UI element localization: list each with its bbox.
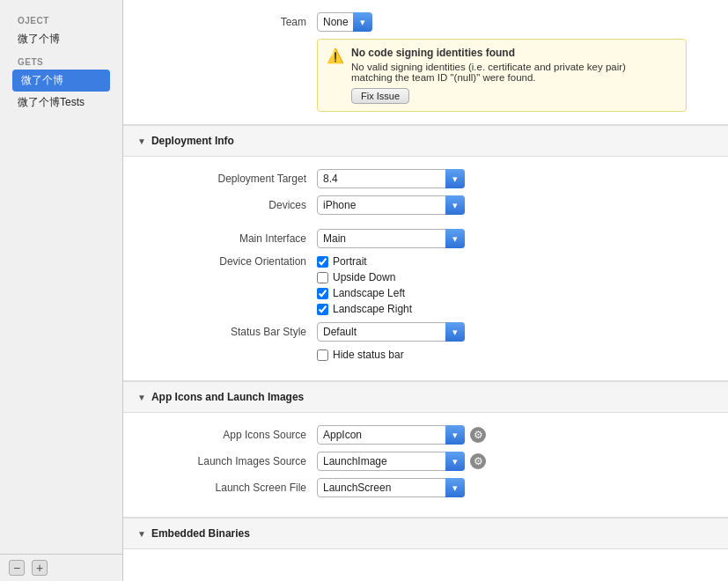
sidebar-item-target-1[interactable]: 微了个博Tests xyxy=(9,92,114,114)
hide-status-bar-checkbox[interactable] xyxy=(317,349,328,361)
launch-images-gear-button[interactable]: ⚙ xyxy=(470,453,486,469)
deployment-target-control: 8.4 xyxy=(317,169,465,188)
launch-screen-file-label: Launch Screen File xyxy=(141,482,317,494)
embedded-binaries-title: Embedded Binaries xyxy=(151,527,250,540)
team-row: Team None xyxy=(141,12,710,32)
deployment-target-row: Deployment Target 8.4 xyxy=(141,169,710,188)
main-interface-control: Main xyxy=(317,229,465,248)
deployment-target-select[interactable]: 8.4 xyxy=(317,169,465,188)
app-icons-title: App Icons and Launch Images xyxy=(151,391,304,403)
launch-images-source-control: LaunchImage ⚙ xyxy=(317,452,486,471)
team-label: Team xyxy=(141,16,317,28)
team-select-wrap[interactable]: None xyxy=(317,12,372,32)
status-bar-style-row: Status Bar Style Default Light Content xyxy=(141,322,710,342)
status-bar-select[interactable]: Default Light Content xyxy=(317,322,465,342)
orientation-upsidedown-checkbox[interactable] xyxy=(317,272,328,283)
launch-images-select-wrap[interactable]: LaunchImage xyxy=(317,452,465,471)
device-orientation-row: Device Orientation Portrait Upside Down … xyxy=(141,255,710,315)
app-icons-source-row: App Icons Source AppIcon ⚙ xyxy=(141,425,710,445)
devices-select[interactable]: iPhone iPad Universal xyxy=(317,195,465,215)
targets-section-label: GETS xyxy=(9,50,114,70)
main-interface-label: Main Interface xyxy=(141,232,317,245)
orientation-landscape-right-row: Landscape Right xyxy=(317,303,412,315)
main-interface-select-wrap[interactable]: Main xyxy=(317,229,465,248)
orientation-landscape-right-checkbox[interactable] xyxy=(317,304,328,315)
warning-text: No code signing identities found No vali… xyxy=(351,47,626,104)
team-control: None xyxy=(317,12,372,32)
app-icons-select-wrap[interactable]: AppIcon xyxy=(317,425,465,445)
main-interface-row: Main Interface Main xyxy=(141,229,710,248)
main-interface-select[interactable]: Main xyxy=(317,229,465,248)
warning-body: No valid signing identities (i.e. certif… xyxy=(351,62,626,83)
add-target-button[interactable]: + xyxy=(32,560,48,576)
launch-screen-select-wrap[interactable]: LaunchScreen xyxy=(317,478,465,497)
app-icons-source-label: App Icons Source xyxy=(141,429,317,441)
signing-section: Team None ⚠️ No code signing identities … xyxy=(123,0,728,125)
orientation-portrait-checkbox[interactable] xyxy=(317,256,328,268)
signing-warning: ⚠️ No code signing identities found No v… xyxy=(317,39,687,112)
devices-row: Devices iPhone iPad Universal xyxy=(141,195,710,215)
embedded-binaries-header[interactable]: ▼ Embedded Binaries xyxy=(123,518,728,549)
launch-images-source-row: Launch Images Source LaunchImage ⚙ xyxy=(141,452,710,471)
orientation-upsidedown-row: Upside Down xyxy=(317,271,412,283)
devices-control: iPhone iPad Universal xyxy=(317,195,465,215)
embedded-binaries-arrow: ▼ xyxy=(137,529,146,539)
app-icons-content: App Icons Source AppIcon ⚙ Launch Images… xyxy=(123,413,728,518)
orientation-portrait-row: Portrait xyxy=(317,255,412,268)
main-content: Team None ⚠️ No code signing identities … xyxy=(123,0,728,581)
devices-select-wrap[interactable]: iPhone iPad Universal xyxy=(317,195,465,215)
devices-label: Devices xyxy=(141,199,317,211)
warning-icon: ⚠️ xyxy=(327,48,344,64)
hide-status-bar-label: Hide status bar xyxy=(333,349,404,361)
project-section-label: OJECT xyxy=(9,9,114,28)
deployment-info-title: Deployment Info xyxy=(151,135,234,147)
launch-images-source-label: Launch Images Source xyxy=(141,455,317,467)
app-icons-arrow: ▼ xyxy=(137,393,146,402)
orientation-landscape-left-label: Landscape Left xyxy=(333,287,405,299)
sidebar: OJECT 微了个博 GETS 微了个博 微了个博Tests − + xyxy=(0,0,123,581)
app-icons-source-control: AppIcon ⚙ xyxy=(317,425,486,445)
deployment-target-label: Deployment Target xyxy=(141,173,317,185)
embedded-binaries-empty: Add embedded binaries here xyxy=(123,549,728,581)
app-icons-select[interactable]: AppIcon xyxy=(317,425,465,445)
sidebar-item-project[interactable]: 微了个博 xyxy=(9,28,114,50)
status-bar-style-label: Status Bar Style xyxy=(141,326,317,338)
launch-screen-file-row: Launch Screen File LaunchScreen xyxy=(141,478,710,497)
launch-screen-file-control: LaunchScreen xyxy=(317,478,465,497)
remove-target-button[interactable]: − xyxy=(9,560,25,576)
sidebar-item-target-0[interactable]: 微了个博 xyxy=(12,70,110,92)
team-select[interactable]: None xyxy=(317,12,372,32)
orientation-checkboxes: Portrait Upside Down Landscape Left Land… xyxy=(317,255,412,315)
hide-status-bar-row: Hide status bar xyxy=(141,349,710,361)
status-bar-select-wrap[interactable]: Default Light Content xyxy=(317,322,465,342)
deployment-info-arrow: ▼ xyxy=(137,136,146,146)
launch-images-select[interactable]: LaunchImage xyxy=(317,452,465,471)
orientation-landscape-left-checkbox[interactable] xyxy=(317,288,328,299)
orientation-portrait-label: Portrait xyxy=(333,255,367,268)
status-bar-style-control: Default Light Content xyxy=(317,322,465,342)
app-icons-header[interactable]: ▼ App Icons and Launch Images xyxy=(123,381,728,413)
warning-title: No code signing identities found xyxy=(351,47,626,59)
device-orientation-label: Device Orientation xyxy=(141,255,317,268)
fix-issue-button[interactable]: Fix Issue xyxy=(351,88,409,104)
deployment-info-header[interactable]: ▼ Deployment Info xyxy=(123,125,728,157)
app-icons-source-gear-button[interactable]: ⚙ xyxy=(470,427,486,443)
sidebar-bottom: − + xyxy=(0,554,122,581)
orientation-landscape-right-label: Landscape Right xyxy=(333,303,412,315)
deployment-info-content: Deployment Target 8.4 Devices iPhone iPa… xyxy=(123,157,728,381)
launch-screen-select[interactable]: LaunchScreen xyxy=(317,478,465,497)
hide-status-bar-checkbox-row: Hide status bar xyxy=(317,349,404,361)
orientation-landscape-left-row: Landscape Left xyxy=(317,287,412,299)
deployment-target-select-wrap[interactable]: 8.4 xyxy=(317,169,465,188)
orientation-upsidedown-label: Upside Down xyxy=(333,271,395,283)
